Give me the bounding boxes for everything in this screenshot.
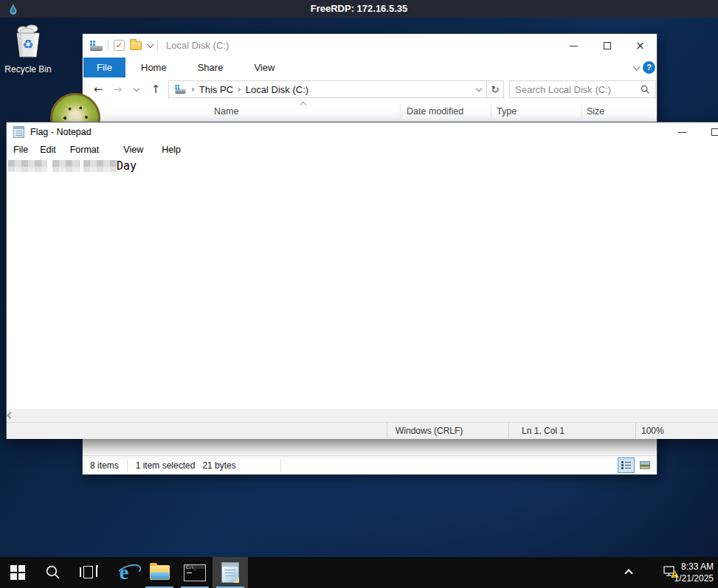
- column-header-size[interactable]: Size: [587, 106, 604, 117]
- command-prompt-icon: C:\_: [184, 564, 206, 581]
- status-separator: [280, 460, 281, 471]
- notepad-minimize-button[interactable]: [667, 122, 697, 142]
- details-view-icon: [621, 461, 631, 469]
- toolbar-separator: [157, 40, 158, 51]
- minimize-icon: [570, 46, 578, 46]
- menu-help[interactable]: Help: [156, 145, 187, 155]
- remote-desktop-screen: FreeRDP: 172.16.5.35 ♻ Recycle Bin ✓ Loc: [0, 0, 718, 588]
- explorer-titlebar[interactable]: ✓ Local Disk (C:) ×: [83, 34, 657, 58]
- sort-ascending-icon: [300, 102, 306, 108]
- task-view-icon: [80, 566, 97, 579]
- taskbar-clock[interactable]: 8:33 AM 1/21/2025: [674, 561, 714, 584]
- line-ending-indicator: Windows (CRLF): [396, 426, 463, 436]
- recent-locations-button[interactable]: [127, 80, 146, 98]
- expand-ribbon-chevron-icon[interactable]: [633, 63, 641, 71]
- close-icon: ×: [635, 41, 645, 52]
- command-prompt-taskbar-button[interactable]: C:\_: [177, 557, 213, 588]
- items-count: 8 items: [90, 460, 119, 471]
- ribbon-tab-bar: File Home Share View ?: [83, 58, 657, 77]
- freerdp-title: FreeRDP: 172.16.5.35: [0, 0, 718, 18]
- column-header-type[interactable]: Type: [497, 106, 517, 117]
- notepad-icon: [221, 562, 239, 583]
- windows-logo-icon: [10, 565, 25, 580]
- file-explorer-taskbar-button[interactable]: [142, 557, 177, 588]
- notepad-titlebar[interactable]: Flag - Notepad: [7, 122, 718, 142]
- search-placeholder: Search Local Disk (C:): [515, 84, 641, 95]
- breadcrumb-separator-icon: ›: [191, 84, 195, 94]
- chevron-down-icon: [476, 85, 482, 91]
- scroll-left-arrow-icon[interactable]: [7, 412, 14, 419]
- redacted-text-block: [8, 160, 47, 172]
- selection-size: 21 bytes: [202, 460, 235, 471]
- maximize-button[interactable]: [590, 34, 624, 58]
- thumbnail-view-button[interactable]: [636, 457, 653, 473]
- properties-check-icon[interactable]: ✓: [114, 40, 125, 51]
- column-separator[interactable]: [491, 104, 491, 119]
- tab-file[interactable]: File: [83, 58, 125, 77]
- address-bar[interactable]: › This PC › Local Disk (C:) ↻: [168, 80, 504, 98]
- recycle-bin-shortcut[interactable]: ♻ Recycle Bin: [4, 24, 52, 75]
- column-header-name[interactable]: Name: [214, 106, 238, 117]
- toolbar-separator: [108, 40, 108, 51]
- menu-file[interactable]: File: [7, 145, 34, 155]
- status-separator: [127, 460, 128, 471]
- notepad-text-area[interactable]: Day: [7, 158, 718, 409]
- chevron-down-icon: [134, 85, 139, 91]
- horizontal-scrollbar[interactable]: [7, 409, 718, 422]
- clock-time: 8:33 AM: [674, 561, 714, 573]
- thumbnail-view-icon: [640, 461, 650, 469]
- freerdp-titlebar: FreeRDP: 172.16.5.35: [0, 0, 718, 18]
- notepad-app-icon: [13, 126, 24, 138]
- explorer-statusbar: 8 items 1 item selected 21 bytes: [83, 455, 657, 474]
- quick-access-toolbar: ✓ Local Disk (C:): [90, 40, 229, 51]
- drive-icon: [90, 41, 103, 51]
- task-view-button[interactable]: [71, 557, 106, 588]
- status-separator: [508, 423, 509, 439]
- menu-view[interactable]: View: [117, 145, 149, 155]
- status-separator: [387, 423, 387, 439]
- column-separator[interactable]: [400, 104, 401, 119]
- search-box[interactable]: Search Local Disk (C:): [509, 80, 656, 98]
- tab-share[interactable]: Share: [182, 58, 239, 77]
- address-toolbar: ← → ↑ › This PC › Local Disk (C:) ↻ Sear…: [83, 77, 657, 101]
- show-hidden-icons-chevron-icon[interactable]: [624, 569, 632, 577]
- tab-home[interactable]: Home: [125, 58, 182, 77]
- column-header-date-modified[interactable]: Date modified: [407, 106, 463, 117]
- notepad-maximize-button[interactable]: [700, 122, 718, 142]
- forward-button[interactable]: →: [108, 80, 127, 98]
- minimize-button[interactable]: [557, 34, 590, 58]
- menu-format[interactable]: Format: [62, 145, 108, 155]
- notepad-statusbar: Windows (CRLF) Ln 1, Col 1 100%: [7, 422, 718, 439]
- taskbar-search-button[interactable]: [35, 557, 71, 588]
- details-view-button[interactable]: [618, 457, 635, 473]
- search-icon: [641, 85, 650, 94]
- notepad-menubar: File Edit Format View Help: [7, 142, 718, 158]
- customize-toolbar-chevron-icon[interactable]: [147, 41, 154, 48]
- up-button[interactable]: ↑: [146, 80, 165, 98]
- clock-date: 1/21/2025: [674, 573, 714, 584]
- internet-explorer-icon: e: [120, 562, 128, 583]
- notepad-taskbar-button[interactable]: [213, 557, 248, 588]
- close-button[interactable]: ×: [624, 34, 657, 58]
- menu-edit[interactable]: Edit: [34, 145, 62, 155]
- visible-text: Day: [117, 159, 137, 173]
- column-separator[interactable]: [581, 104, 582, 119]
- address-dropdown-button[interactable]: [472, 89, 486, 91]
- start-button[interactable]: [0, 557, 35, 588]
- tab-view[interactable]: View: [238, 58, 290, 77]
- maximize-icon: [711, 128, 718, 136]
- svg-text:♻: ♻: [22, 37, 33, 52]
- breadcrumb-this-pc[interactable]: This PC: [199, 84, 233, 95]
- drive-icon: [175, 85, 185, 94]
- breadcrumb-local-disk-c[interactable]: Local Disk (C:): [246, 84, 308, 95]
- help-button[interactable]: ?: [643, 61, 655, 74]
- status-separator: [635, 423, 636, 439]
- explorer-window-title: Local Disk (C:): [166, 40, 229, 51]
- new-folder-icon[interactable]: [130, 41, 142, 50]
- back-button[interactable]: ←: [89, 80, 108, 98]
- redacted-text-block: [83, 160, 117, 172]
- redacted-text-block: [52, 160, 80, 172]
- internet-explorer-button[interactable]: e: [106, 557, 142, 588]
- refresh-button[interactable]: ↻: [486, 80, 503, 98]
- breadcrumb-separator-icon: ›: [238, 84, 241, 94]
